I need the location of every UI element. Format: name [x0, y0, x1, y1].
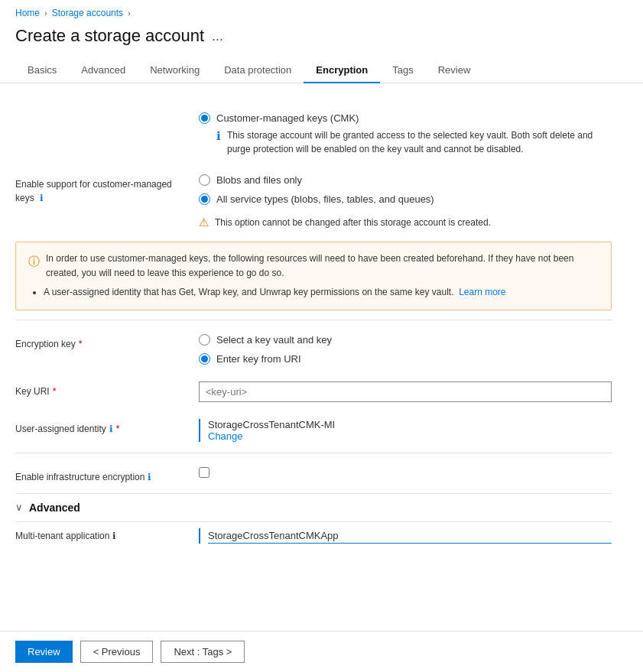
user-identity-value: StorageCrossTenantCMK-MI Change: [199, 419, 612, 442]
key-uri-required: *: [53, 386, 57, 397]
enter-uri-radio[interactable]: [199, 353, 210, 365]
multi-tenant-row: Multi-tenant application ℹ: [15, 521, 612, 550]
encryption-key-required: *: [79, 339, 83, 349]
advanced-section-header[interactable]: ∨ Advanced: [15, 493, 612, 521]
cmk-info-text: This storage account will be granted acc…: [227, 128, 612, 156]
blobs-only-radio-item[interactable]: Blobs and files only: [199, 174, 612, 186]
breadcrumb: Home › Storage accounts ›: [0, 0, 643, 21]
select-vault-radio[interactable]: [199, 334, 210, 346]
infra-encryption-value: [199, 467, 612, 478]
enter-uri-radio-item[interactable]: Enter key from URI: [199, 353, 612, 365]
more-options-icon[interactable]: ...: [212, 28, 223, 44]
tab-encryption[interactable]: Encryption: [304, 58, 380, 83]
identity-box: StorageCrossTenantCMK-MI Change: [199, 419, 612, 442]
main-content: Customer-managed keys (CMK) ℹ This stora…: [0, 83, 627, 611]
breadcrumb-sep2: ›: [128, 8, 131, 18]
divider-1: [15, 320, 612, 320]
identity-change-link[interactable]: Change: [208, 430, 243, 442]
user-identity-info-icon[interactable]: ℹ: [109, 424, 113, 434]
user-identity-label: User-assigned identity ℹ *: [15, 419, 183, 434]
cmk-label: Customer-managed keys (CMK): [216, 112, 359, 124]
key-uri-label: Key URI *: [15, 381, 183, 397]
key-uri-input[interactable]: [199, 381, 612, 402]
infra-encryption-checkbox[interactable]: [199, 467, 209, 478]
alert-icon: ⓘ: [28, 252, 40, 271]
infra-encryption-row: Enable infrastructure encryption ℹ: [15, 461, 612, 482]
identity-name: StorageCrossTenantCMK-MI: [208, 419, 612, 430]
breadcrumb-storage-accounts[interactable]: Storage accounts: [52, 8, 123, 18]
breadcrumb-sep1: ›: [44, 8, 47, 18]
encryption-key-label: Encryption key *: [15, 334, 183, 349]
tab-tags[interactable]: Tags: [380, 58, 425, 83]
tab-bar: Basics Advanced Networking Data protecti…: [0, 58, 643, 83]
enable-support-label: Enable support for customer-managed keys…: [15, 174, 183, 205]
all-services-label: All service types (blobs, files, tables,…: [216, 193, 434, 205]
blobs-only-radio[interactable]: [199, 174, 210, 186]
warning-text: This option cannot be changed after this…: [215, 217, 491, 228]
select-vault-label: Select a key vault and key: [216, 334, 332, 346]
advanced-chevron-icon: ∨: [15, 502, 23, 513]
learn-more-link[interactable]: Learn more: [459, 287, 505, 297]
alert-box: ⓘ In order to use customer-managed keys,…: [15, 242, 612, 310]
user-identity-row: User-assigned identity ℹ * StorageCrossT…: [15, 413, 612, 442]
tab-networking[interactable]: Networking: [138, 58, 212, 83]
warning-row: ⚠ This option cannot be changed after th…: [199, 216, 612, 229]
encryption-key-radio-group: Select a key vault and key Enter key fro…: [199, 334, 612, 365]
infra-encryption-info-icon[interactable]: ℹ: [148, 472, 151, 482]
alert-text: In order to use customer-managed keys, t…: [46, 252, 599, 281]
key-uri-value: [199, 381, 612, 402]
tab-data-protection[interactable]: Data protection: [212, 58, 304, 83]
advanced-section-title: Advanced: [29, 502, 80, 514]
divider-2: [15, 453, 612, 453]
cmk-radio-item[interactable]: Customer-managed keys (CMK): [199, 112, 612, 124]
advanced-section: ∨ Advanced Multi-tenant application ℹ: [15, 493, 612, 550]
multi-tenant-label: Multi-tenant application ℹ: [15, 531, 183, 541]
cmk-controls: Customer-managed keys (CMK) ℹ This stora…: [199, 112, 612, 162]
multi-tenant-info-icon[interactable]: ℹ: [112, 531, 116, 541]
tab-basics[interactable]: Basics: [15, 58, 69, 83]
infra-encryption-label: Enable infrastructure encryption ℹ: [15, 467, 183, 482]
page-header: Create a storage account ...: [0, 21, 643, 58]
page-title: Create a storage account: [15, 26, 204, 46]
enter-uri-label: Enter key from URI: [216, 353, 301, 365]
form-label-placeholder: [15, 112, 183, 162]
tab-review[interactable]: Review: [426, 58, 483, 83]
encryption-key-row: Encryption key * Select a key vault and …: [15, 328, 612, 365]
cmk-info-icon: ℹ: [216, 129, 221, 156]
cmk-radio[interactable]: [199, 112, 210, 124]
support-radio-controls: Blobs and files only All service types (…: [199, 174, 612, 229]
enable-support-info-icon[interactable]: ℹ: [40, 193, 44, 203]
all-services-radio[interactable]: [199, 193, 210, 205]
alert-bullet: A user-assigned identity that has Get, W…: [44, 285, 599, 300]
infra-encryption-checkbox-row: [199, 467, 612, 478]
user-identity-required: *: [116, 424, 120, 434]
warning-icon: ⚠: [199, 216, 209, 229]
multi-tenant-input[interactable]: [208, 528, 612, 544]
support-radio-group: Blobs and files only All service types (…: [199, 174, 612, 229]
alert-header: ⓘ In order to use customer-managed keys,…: [28, 252, 599, 281]
blobs-only-label: Blobs and files only: [216, 174, 302, 186]
breadcrumb-home[interactable]: Home: [15, 8, 40, 18]
enable-support-label-text: Enable support for customer-managed keys: [15, 179, 172, 203]
all-services-radio-item[interactable]: All service types (blobs, files, tables,…: [199, 193, 612, 205]
multi-tenant-value: [199, 528, 612, 544]
key-uri-row: Key URI *: [15, 375, 612, 402]
encryption-key-value: Select a key vault and key Enter key fro…: [199, 334, 612, 365]
tab-advanced[interactable]: Advanced: [69, 58, 138, 83]
select-vault-radio-item[interactable]: Select a key vault and key: [199, 334, 612, 346]
